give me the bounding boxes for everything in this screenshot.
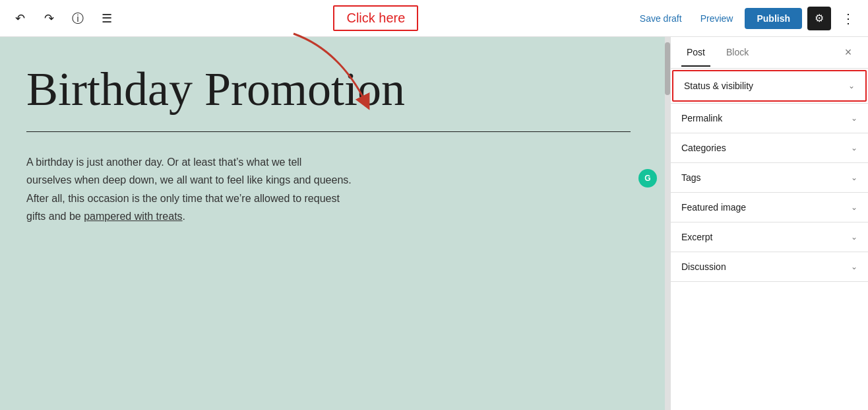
sidebar-section-label-discussion: Discussion	[681, 261, 726, 272]
sidebar-section-header-discussion[interactable]: Discussion⌄	[671, 252, 868, 281]
info-icon: ⓘ	[72, 11, 84, 26]
preview-button[interactable]: Preview	[694, 9, 740, 28]
post-body-text-2: ourselves when deep down, we all want to…	[26, 174, 352, 186]
chevron-down-icon: ⌄	[851, 143, 857, 153]
post-body-end: .	[183, 211, 185, 222]
sidebar-section-categories: Categories⌄	[671, 133, 868, 163]
chevron-down-icon: ⌄	[851, 173, 857, 182]
more-icon: ⋮	[842, 11, 855, 26]
info-button[interactable]: ⓘ	[66, 7, 90, 30]
sidebar-section-label-status-visibility: Status & visibility	[684, 81, 753, 91]
post-title[interactable]: Birthday Promotion	[26, 63, 631, 116]
post-body-text-1: A birthday is just another day. Or at le…	[26, 156, 301, 168]
sidebar-section-permalink: Permalink⌄	[671, 104, 868, 133]
redo-button[interactable]: ↷	[37, 7, 61, 30]
tools-button[interactable]: ☰	[95, 7, 119, 30]
main-layout: Birthday Promotion A birthday is just an…	[0, 37, 868, 410]
chevron-down-icon: ⌄	[851, 114, 857, 123]
settings-button[interactable]: ⚙	[807, 7, 831, 30]
tab-post[interactable]: Post	[681, 39, 710, 67]
sidebar-section-discussion: Discussion⌄	[671, 252, 868, 282]
toolbar-center: Click here	[119, 5, 633, 31]
sidebar-sections: Status & visibility⌄Permalink⌄Categories…	[671, 69, 868, 282]
grammarly-icon[interactable]: G	[638, 169, 657, 188]
click-here-label: Click here	[346, 11, 405, 25]
sidebar-section-header-excerpt[interactable]: Excerpt⌄	[671, 222, 868, 252]
post-body-link[interactable]: pampered with treats	[84, 211, 182, 222]
toolbar-right: Save draft Preview Publish ⚙ ⋮	[633, 7, 860, 30]
sidebar-section-header-featured-image[interactable]: Featured image⌄	[671, 193, 868, 222]
close-icon: ×	[845, 46, 852, 59]
sidebar-close-button[interactable]: ×	[839, 44, 857, 62]
tab-block[interactable]: Block	[721, 39, 754, 67]
redo-icon: ↷	[44, 11, 54, 26]
undo-icon: ↶	[15, 11, 25, 26]
sidebar-section-label-excerpt: Excerpt	[681, 232, 712, 242]
chevron-down-icon: ⌄	[851, 203, 857, 212]
sidebar-section-excerpt: Excerpt⌄	[671, 222, 868, 252]
sidebar-section-label-featured-image: Featured image	[681, 202, 746, 213]
sidebar-section-label-tags: Tags	[681, 172, 701, 183]
preview-label: Preview	[700, 13, 733, 24]
more-button[interactable]: ⋮	[836, 7, 860, 30]
publish-label: Publish	[757, 13, 790, 24]
tools-icon: ☰	[102, 11, 112, 26]
sidebar-section-header-categories[interactable]: Categories⌄	[671, 133, 868, 162]
sidebar-section-status-visibility: Status & visibility⌄	[671, 70, 868, 104]
post-body-text-3: After all, this occasion is the only tim…	[26, 193, 340, 204]
sidebar-section-header-permalink[interactable]: Permalink⌄	[671, 104, 868, 133]
chevron-down-icon: ⌄	[851, 262, 857, 271]
sidebar-section-tags: Tags⌄	[671, 163, 868, 193]
sidebar-section-label-categories: Categories	[681, 143, 726, 153]
sidebar: Post Block × Status & visibility⌄Permali…	[670, 37, 868, 410]
sidebar-section-label-permalink: Permalink	[681, 113, 722, 123]
click-here-annotation: Click here	[333, 5, 418, 31]
publish-button[interactable]: Publish	[745, 8, 802, 29]
editor-scrollbar[interactable]	[665, 37, 670, 410]
toolbar-left: ↶ ↷ ⓘ ☰	[8, 7, 119, 30]
sidebar-tabs: Post Block ×	[671, 37, 868, 69]
post-divider	[26, 131, 631, 132]
post-body[interactable]: A birthday is just another day. Or at le…	[26, 153, 422, 225]
editor-scrollbar-thumb	[665, 42, 670, 95]
chevron-down-icon: ⌄	[851, 232, 857, 242]
sidebar-section-header-status-visibility[interactable]: Status & visibility⌄	[672, 70, 867, 102]
sidebar-section-featured-image: Featured image⌄	[671, 193, 868, 222]
save-draft-label: Save draft	[640, 13, 682, 24]
chevron-down-icon: ⌄	[848, 81, 855, 90]
gear-icon: ⚙	[815, 12, 824, 24]
toolbar: ↶ ↷ ⓘ ☰ Click here	[0, 0, 868, 37]
post-body-text-4: gifts and be	[26, 211, 81, 222]
save-draft-button[interactable]: Save draft	[633, 9, 689, 28]
editor-area: Birthday Promotion A birthday is just an…	[0, 37, 670, 410]
undo-button[interactable]: ↶	[8, 7, 32, 30]
sidebar-section-header-tags[interactable]: Tags⌄	[671, 163, 868, 192]
